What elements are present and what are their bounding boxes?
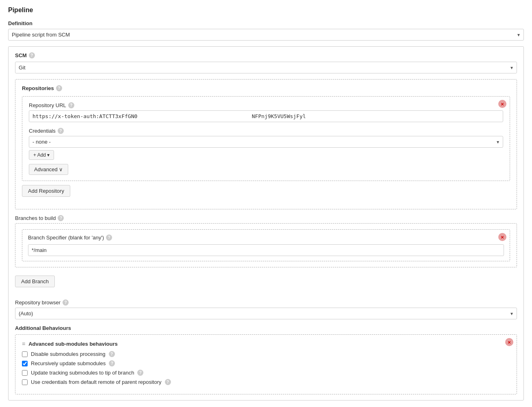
- additional-behaviours-section: Additional Behaviours × ≡ Advanced sub-m…: [15, 325, 517, 394]
- credentials-select-wrapper: - none -: [29, 136, 503, 148]
- scm-box: SCM ? GitNoneSubversion Repositories ? ×…: [8, 46, 524, 401]
- disable-submodules-label: Disable submodules processing: [31, 351, 106, 357]
- credentials-label-row: Credentials ?: [29, 128, 503, 134]
- repo-item: × Repository URL ? Credentials ? - none …: [22, 96, 510, 181]
- use-credentials-label: Use credentials from default remote of p…: [31, 379, 162, 385]
- use-credentials-help-icon[interactable]: ?: [165, 379, 171, 385]
- behaviours-box: × ≡ Advanced sub-modules behaviours Disa…: [15, 334, 517, 394]
- behaviour-title: Advanced sub-modules behaviours: [28, 341, 118, 347]
- behaviours-close-button[interactable]: ×: [505, 338, 513, 346]
- add-repository-button[interactable]: Add Repository: [22, 185, 70, 197]
- recursively-update-help-icon[interactable]: ?: [109, 360, 115, 366]
- branch-specifier-label-row: Branch Specifier (blank for 'any') ?: [28, 235, 504, 241]
- branch-specifier-label: Branch Specifier (blank for 'any'): [28, 235, 104, 241]
- checkbox-row-3: Use credentials from default remote of p…: [22, 379, 510, 385]
- repo-close-button[interactable]: ×: [498, 100, 506, 108]
- definition-select[interactable]: Pipeline script from SCMPipeline script: [8, 29, 524, 41]
- repo-url-input[interactable]: [29, 110, 503, 122]
- credentials-select[interactable]: - none -: [29, 136, 503, 148]
- update-tracking-help-icon[interactable]: ?: [137, 370, 143, 376]
- credentials-help-icon[interactable]: ?: [58, 128, 64, 134]
- update-tracking-label: Update tracking submodules to tip of bra…: [31, 370, 134, 376]
- repo-browser-select-wrapper: (Auto): [15, 308, 517, 319]
- repositories-label: Repositories: [22, 85, 54, 91]
- branch-close-button[interactable]: ×: [498, 233, 506, 241]
- checkbox-row-2: Update tracking submodules to tip of bra…: [22, 370, 510, 376]
- update-tracking-checkbox[interactable]: [22, 370, 28, 376]
- repo-browser-group: Repository browser ? (Auto): [15, 299, 517, 319]
- branches-help-icon[interactable]: ?: [58, 215, 64, 221]
- recursively-update-label: Recursively update submodules: [31, 360, 106, 366]
- branches-group: Branches to build ? × Branch Specifier (…: [15, 215, 517, 294]
- definition-select-wrapper: Pipeline script from SCMPipeline script: [8, 29, 524, 41]
- branches-label-row: Branches to build ?: [15, 215, 517, 221]
- scm-help-icon[interactable]: ?: [29, 52, 35, 58]
- branches-label: Branches to build: [15, 215, 56, 221]
- behaviour-header: ≡ Advanced sub-modules behaviours: [22, 340, 510, 347]
- repo-url-label: Repository URL: [29, 102, 66, 108]
- branch-item: × Branch Specifier (blank for 'any') ?: [22, 229, 510, 261]
- repo-browser-help-icon[interactable]: ?: [63, 299, 69, 306]
- definition-group: Definition Pipeline script from SCMPipel…: [8, 20, 524, 41]
- repo-url-group: Repository URL ?: [29, 102, 503, 122]
- repositories-help-icon[interactable]: ?: [56, 85, 62, 91]
- scm-label-row: SCM ?: [15, 52, 517, 58]
- disable-submodules-help-icon[interactable]: ?: [109, 351, 115, 357]
- scm-select[interactable]: GitNoneSubversion: [15, 62, 517, 73]
- checkbox-row-1: Recursively update submodules ?: [22, 360, 510, 366]
- repositories-box: Repositories ? × Repository URL ? Creden…: [15, 79, 517, 209]
- recursively-update-checkbox[interactable]: [22, 361, 28, 366]
- repo-browser-label: Repository browser: [15, 299, 61, 306]
- additional-behaviours-label: Additional Behaviours: [15, 325, 517, 331]
- repo-browser-label-row: Repository browser ?: [15, 299, 517, 306]
- checkbox-row-0: Disable submodules processing ?: [22, 351, 510, 357]
- repositories-label-row: Repositories ?: [22, 85, 510, 91]
- definition-label: Definition: [8, 20, 524, 26]
- use-credentials-checkbox[interactable]: [22, 379, 28, 385]
- disable-submodules-checkbox[interactable]: [22, 351, 28, 357]
- drag-handle-icon: ≡: [22, 340, 25, 347]
- advanced-button[interactable]: Advanced ∨: [29, 164, 68, 175]
- add-credentials-button[interactable]: + Add ▾: [29, 150, 54, 160]
- repo-url-label-row: Repository URL ?: [29, 102, 503, 108]
- branches-box: × Branch Specifier (blank for 'any') ?: [15, 223, 517, 267]
- scm-select-wrapper: GitNoneSubversion: [15, 62, 517, 73]
- page-title: Pipeline: [8, 6, 524, 14]
- repo-url-help-icon[interactable]: ?: [68, 102, 74, 108]
- credentials-group: Credentials ? - none - + Add ▾: [29, 128, 503, 160]
- add-branch-button[interactable]: Add Branch: [15, 276, 55, 287]
- credentials-label: Credentials: [29, 128, 56, 134]
- repo-browser-select[interactable]: (Auto): [15, 308, 517, 319]
- branch-specifier-input[interactable]: [28, 244, 504, 256]
- branch-specifier-help-icon[interactable]: ?: [106, 235, 112, 241]
- scm-label: SCM: [15, 52, 27, 58]
